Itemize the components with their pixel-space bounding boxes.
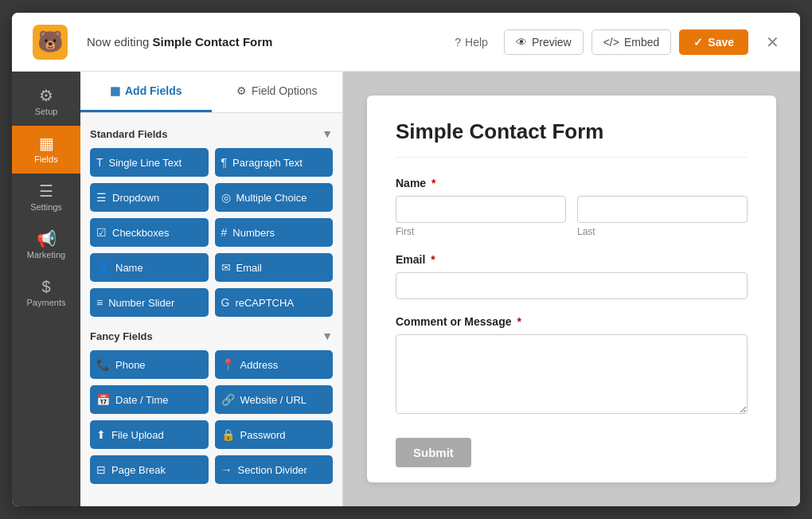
last-name-input[interactable] bbox=[577, 196, 748, 223]
email-field-label-text: Email * bbox=[396, 253, 748, 266]
datetime-icon: 📅 bbox=[96, 393, 110, 406]
datetime-label: Date / Time bbox=[115, 394, 168, 406]
tab-add-fields[interactable]: ▦ Add Fields bbox=[80, 72, 212, 112]
comment-textarea[interactable] bbox=[396, 334, 748, 414]
standard-section-title: Standard Fields bbox=[90, 128, 168, 140]
file-upload-label: File Upload bbox=[111, 429, 164, 441]
save-button[interactable]: ✓ Save bbox=[679, 29, 748, 55]
phone-icon: 📞 bbox=[96, 358, 110, 371]
website-icon: 🔗 bbox=[221, 393, 235, 406]
field-datetime[interactable]: 📅 Date / Time bbox=[90, 385, 209, 414]
fields-tabs: ▦ Add Fields ⚙ Field Options bbox=[80, 72, 342, 113]
field-dropdown[interactable]: ☰ Dropdown bbox=[90, 183, 209, 212]
tab-options-label: Field Options bbox=[252, 84, 317, 97]
name-row: First Last bbox=[396, 196, 748, 237]
help-button[interactable]: ? Help bbox=[447, 31, 496, 53]
sidebar-item-marketing[interactable]: 📢 Marketing bbox=[12, 221, 80, 269]
form-preview-title: Simple Contact Form bbox=[396, 119, 748, 158]
editing-text: Now editing Simple Contact Form bbox=[87, 35, 447, 49]
paragraph-icon: ¶ bbox=[221, 156, 228, 169]
email-input[interactable] bbox=[396, 272, 748, 299]
fancy-toggle[interactable]: ▼ bbox=[322, 330, 333, 342]
password-label: Password bbox=[240, 429, 286, 441]
field-password[interactable]: 🔒 Password bbox=[215, 420, 334, 449]
name-field-icon: 👤 bbox=[96, 261, 110, 274]
logo-bear: 🐻 bbox=[33, 25, 68, 60]
sidebar-item-fields-label: Fields bbox=[34, 154, 57, 164]
form-field-email: Email * bbox=[396, 253, 748, 299]
top-bar: 🐻 Now editing Simple Contact Form ? Help… bbox=[12, 13, 800, 72]
embed-label: Embed bbox=[624, 36, 659, 49]
sidebar-item-fields[interactable]: ▦ Fields bbox=[12, 126, 80, 174]
field-recaptcha[interactable]: G reCAPTCHA bbox=[215, 288, 334, 317]
name-field-label-text: Name * bbox=[396, 177, 748, 189]
field-name[interactable]: 👤 Name bbox=[90, 253, 209, 282]
section-divider-icon: → bbox=[221, 463, 232, 476]
form-name-title: Simple Contact Form bbox=[153, 35, 273, 49]
form-card: Simple Contact Form Name * First bbox=[367, 96, 776, 482]
standard-toggle[interactable]: ▼ bbox=[322, 127, 333, 140]
dropdown-icon: ☰ bbox=[96, 191, 107, 204]
name-required: * bbox=[431, 177, 435, 189]
first-name-input[interactable] bbox=[396, 196, 566, 223]
sidebar-item-payments[interactable]: $ Payments bbox=[12, 269, 80, 317]
comment-field-label-text: Comment or Message * bbox=[396, 315, 748, 328]
field-checkboxes[interactable]: ☑ Checkboxes bbox=[90, 218, 209, 247]
upload-icon: ⬆ bbox=[96, 428, 106, 441]
settings-icon: ☰ bbox=[39, 183, 53, 199]
sidebar-item-settings[interactable]: ☰ Settings bbox=[12, 174, 80, 221]
editing-prefix: Now editing bbox=[87, 35, 153, 49]
field-page-break[interactable]: ⊟ Page Break bbox=[90, 455, 209, 484]
form-field-name: Name * First Last bbox=[396, 177, 748, 237]
single-line-label: Single Line Text bbox=[109, 157, 182, 169]
code-icon: </> bbox=[603, 36, 619, 49]
sidebar-icons: ⚙ Setup ▦ Fields ☰ Settings 📢 Marketing … bbox=[12, 72, 80, 506]
check-icon: ✓ bbox=[693, 36, 703, 49]
close-button[interactable]: ✕ bbox=[759, 29, 786, 55]
name-field-label: Name bbox=[115, 262, 143, 274]
email-required: * bbox=[431, 253, 435, 266]
section-divider-label: Section Divider bbox=[238, 464, 307, 476]
tab-field-options[interactable]: ⚙ Field Options bbox=[212, 72, 343, 112]
sidebar-item-marketing-label: Marketing bbox=[27, 250, 65, 260]
single-line-icon: T bbox=[96, 156, 103, 169]
add-fields-icon: ▦ bbox=[110, 84, 120, 97]
checkboxes-icon: ☑ bbox=[96, 226, 107, 239]
standard-section-header: Standard Fields ▼ bbox=[90, 127, 333, 140]
email-icon: ✉ bbox=[221, 261, 231, 274]
field-multiple-choice[interactable]: ◎ Multiple Choice bbox=[215, 183, 334, 212]
logo-emoji: 🐻 bbox=[37, 29, 63, 54]
field-address[interactable]: 📍 Address bbox=[215, 350, 334, 379]
field-file-upload[interactable]: ⬆ File Upload bbox=[90, 420, 209, 449]
form-field-comment: Comment or Message * bbox=[396, 315, 748, 417]
form-preview: Simple Contact Form Name * First bbox=[343, 72, 800, 506]
field-section-divider[interactable]: → Section Divider bbox=[215, 455, 334, 484]
setup-icon: ⚙ bbox=[39, 88, 53, 103]
numbers-icon: # bbox=[221, 226, 228, 239]
comment-required: * bbox=[517, 315, 521, 328]
multiple-choice-label: Multiple Choice bbox=[236, 192, 307, 204]
help-icon: ? bbox=[455, 36, 461, 49]
sidebar-item-setup[interactable]: ⚙ Setup bbox=[12, 78, 80, 126]
logo-area: 🐻 bbox=[26, 25, 74, 60]
field-website[interactable]: 🔗 Website / URL bbox=[215, 385, 334, 414]
fields-panel: ▦ Add Fields ⚙ Field Options Standard Fi… bbox=[80, 72, 343, 506]
save-label: Save bbox=[708, 36, 734, 49]
embed-button[interactable]: </> Embed bbox=[591, 29, 672, 55]
website-label: Website / URL bbox=[240, 394, 307, 406]
field-phone[interactable]: 📞 Phone bbox=[90, 350, 209, 379]
preview-label: Preview bbox=[532, 36, 572, 49]
preview-button[interactable]: 👁 Preview bbox=[504, 29, 584, 55]
field-number-slider[interactable]: ≡ Number Slider bbox=[90, 288, 209, 317]
email-label: Email bbox=[236, 262, 263, 274]
address-label: Address bbox=[240, 359, 279, 371]
field-numbers[interactable]: # Numbers bbox=[215, 218, 334, 247]
sidebar-item-setup-label: Setup bbox=[35, 107, 58, 116]
field-email[interactable]: ✉ Email bbox=[215, 253, 334, 282]
multiple-choice-icon: ◎ bbox=[221, 191, 231, 204]
submit-button[interactable]: Submit bbox=[396, 438, 471, 467]
field-single-line-text[interactable]: T Single Line Text bbox=[90, 148, 209, 177]
eye-icon: 👁 bbox=[516, 36, 527, 49]
standard-fields-grid: T Single Line Text ¶ Paragraph Text ☰ Dr… bbox=[90, 148, 333, 317]
field-paragraph-text[interactable]: ¶ Paragraph Text bbox=[215, 148, 334, 177]
